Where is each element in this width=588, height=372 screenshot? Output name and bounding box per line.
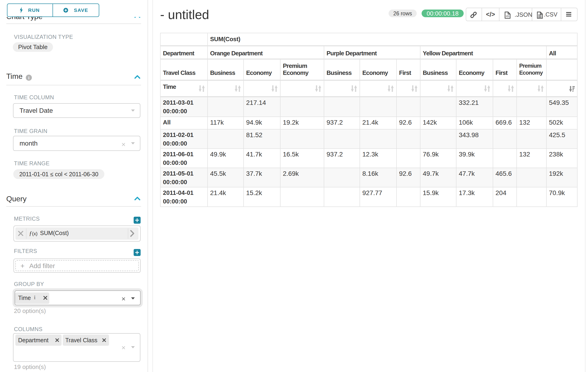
- svg-text:i: i: [28, 75, 29, 80]
- svg-text:</>: </>: [506, 15, 509, 17]
